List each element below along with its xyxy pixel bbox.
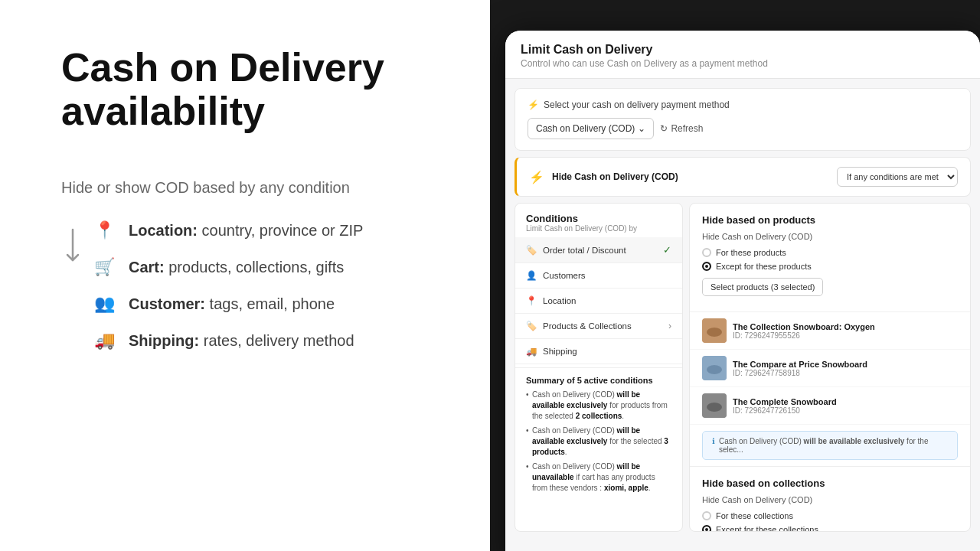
collections-title: Hide based on collections xyxy=(702,478,958,489)
map-pin-icon: 📍 xyxy=(526,295,537,306)
truck-icon: 🚚 xyxy=(526,346,537,357)
radio-circle-except-col xyxy=(702,525,711,532)
summary-bullet-3: Cash on Delivery (COD) will be unavailab… xyxy=(526,461,671,494)
product-id-1: ID: 7296247955526 xyxy=(733,331,958,340)
radio-for-these-collections[interactable]: For these collections xyxy=(702,509,958,523)
customer-icon: 👥 xyxy=(92,292,116,316)
location-icon: 📍 xyxy=(92,218,116,243)
payment-dropdown-row: Cash on Delivery (COD) ⌄ ↻ Refresh xyxy=(528,118,958,139)
conditions-title: Conditions xyxy=(526,213,671,224)
conditions-panel: Conditions Limit Cash on Delivery (COD) … xyxy=(514,203,683,532)
product-info-3: The Complete Snowboard ID: 7296247726150 xyxy=(733,397,958,415)
product-name-3: The Complete Snowboard xyxy=(733,397,958,406)
info-bar: ℹ Cash on Delivery (COD) will be availab… xyxy=(702,431,958,460)
left-panel: Cash on Delivery availability Hide or sh… xyxy=(0,0,490,551)
info-icon: ℹ xyxy=(712,437,715,445)
svg-point-3 xyxy=(707,365,722,374)
condition-shipping[interactable]: 🚚 Shipping xyxy=(515,339,682,364)
hide-cod-label: Hide Cash on Delivery (COD) xyxy=(552,171,678,182)
radio-circle-except xyxy=(702,262,711,271)
shipping-icon: 🚚 xyxy=(92,328,116,353)
product-thumb-1 xyxy=(702,318,727,343)
product-thumb-2 xyxy=(702,356,727,380)
check-icon: ✓ xyxy=(663,244,671,256)
info-text: Cash on Delivery (COD) will be available… xyxy=(719,437,948,454)
products-radio-group: For these products Except for these prod… xyxy=(702,246,958,273)
refresh-icon: ↻ xyxy=(660,123,668,134)
feature-customer: 👥 Customer: tags, email, phone xyxy=(92,292,363,316)
subtitle-text: Hide or show COD based by any condition xyxy=(61,179,444,197)
product-item-3: The Complete Snowboard ID: 7296247726150 xyxy=(690,387,970,425)
collections-radio-group: For these collections Except for these c… xyxy=(702,509,958,532)
arrow-features: 📍 Location: country, province or ZIP 🛒 C… xyxy=(61,218,444,353)
product-id-3: ID: 7296247726150 xyxy=(733,406,958,415)
product-list: The Collection Snowboard: Oxygen ID: 729… xyxy=(690,312,970,425)
feature-cart: 🛒 Cart: products, collections, gifts xyxy=(92,255,363,279)
feature-shipping-text: Shipping: rates, delivery method xyxy=(129,332,354,350)
product-info-1: The Collection Snowboard: Oxygen ID: 729… xyxy=(733,322,958,340)
app-header: Limit Cash on Delivery Control who can u… xyxy=(505,31,980,79)
tag-icon: 🏷️ xyxy=(526,245,537,256)
payment-section-label: ⚡ Select your cash on delivery payment m… xyxy=(528,99,958,110)
summary-title: Summary of 5 active conditions xyxy=(526,376,671,385)
summary-bullet-2: Cash on Delivery (COD) will be available… xyxy=(526,425,671,458)
radio-circle-for-col xyxy=(702,511,711,520)
tablet-screen: Limit Cash on Delivery Control who can u… xyxy=(505,31,980,551)
svg-point-1 xyxy=(707,328,722,337)
product-item-2: The Compare at Price Snowboard ID: 72962… xyxy=(690,350,970,387)
collections-section: Hide based on collections Hide Cash on D… xyxy=(690,466,970,532)
condition-location[interactable]: 📍 Location xyxy=(515,289,682,314)
radio-except-collections[interactable]: Except for these collections xyxy=(702,523,958,532)
main-title: Cash on Delivery availability xyxy=(61,46,444,133)
payment-dropdown[interactable]: Cash on Delivery (COD) ⌄ xyxy=(528,118,654,139)
lightning-icon: ⚡ xyxy=(528,99,539,110)
app-subtitle: Control who can use Cash on Delivery as … xyxy=(521,58,965,69)
summary-section: Summary of 5 active conditions Cash on D… xyxy=(515,367,682,505)
condition-customers[interactable]: 👤 Customers xyxy=(515,263,682,289)
radio-except-products[interactable]: Except for these products xyxy=(702,259,958,273)
chevron-right-icon: › xyxy=(668,321,671,331)
feature-location: 📍 Location: country, province or ZIP xyxy=(92,218,363,243)
feature-customer-text: Customer: tags, email, phone xyxy=(129,295,335,313)
product-thumb-3 xyxy=(702,393,727,418)
feature-shipping: 🚚 Shipping: rates, delivery method xyxy=(92,328,363,353)
tag2-icon: 🏷️ xyxy=(526,321,537,331)
feature-location-text: Location: country, province or ZIP xyxy=(129,222,363,240)
person-icon: 👤 xyxy=(526,270,537,281)
condition-dropdown[interactable]: If any conditions are met xyxy=(837,167,958,187)
collections-hide-label: Hide Cash on Delivery (COD) xyxy=(702,495,958,504)
chevron-down-icon: ⌄ xyxy=(638,123,645,134)
cart-icon: 🛒 xyxy=(92,255,116,279)
condition-order-total[interactable]: 🏷️ Order total / Discount ✓ xyxy=(515,237,682,263)
conditions-sub: Limit Cash on Delivery (COD) by xyxy=(526,224,671,233)
radio-circle-for xyxy=(702,248,711,257)
radio-for-these-products[interactable]: For these products xyxy=(702,246,958,259)
product-name-2: The Compare at Price Snowboard xyxy=(733,360,958,369)
product-id-2: ID: 7296247758918 xyxy=(733,369,958,377)
conditions-header: Conditions Limit Cash on Delivery (COD) … xyxy=(515,204,682,237)
payment-method-section: ⚡ Select your cash on delivery payment m… xyxy=(514,88,971,151)
arrow-icon xyxy=(61,226,84,272)
products-hide-label: Hide Cash on Delivery (COD) xyxy=(702,232,958,241)
product-info-2: The Compare at Price Snowboard ID: 72962… xyxy=(733,360,958,377)
product-name-1: The Collection Snowboard: Oxygen xyxy=(733,322,958,331)
two-column-layout: Conditions Limit Cash on Delivery (COD) … xyxy=(514,203,971,532)
product-item-1: The Collection Snowboard: Oxygen ID: 729… xyxy=(690,312,970,350)
select-products-button[interactable]: Select products (3 selected) xyxy=(702,278,823,296)
condition-products-collections[interactable]: 🏷️ Products & Collections › xyxy=(515,314,682,339)
feature-cart-text: Cart: products, collections, gifts xyxy=(129,259,344,276)
tablet-frame: Limit Cash on Delivery Control who can u… xyxy=(505,31,980,551)
refresh-button[interactable]: ↻ Refresh xyxy=(660,123,703,134)
right-panel: Limit Cash on Delivery Control who can u… xyxy=(490,0,980,551)
lightning-icon-2: ⚡ xyxy=(529,170,544,184)
summary-bullet-1: Cash on Delivery (COD) will be available… xyxy=(526,390,671,422)
products-section-header: Hide based on products Hide Cash on Deli… xyxy=(690,204,970,312)
svg-point-5 xyxy=(707,403,722,412)
hide-cod-bar: ⚡ Hide Cash on Delivery (COD) If any con… xyxy=(514,157,971,197)
features-list: 📍 Location: country, province or ZIP 🛒 C… xyxy=(92,218,363,353)
app-title: Limit Cash on Delivery xyxy=(521,43,965,57)
products-section-title: Hide based on products xyxy=(702,214,958,226)
products-panel: Hide based on products Hide Cash on Deli… xyxy=(689,203,971,532)
